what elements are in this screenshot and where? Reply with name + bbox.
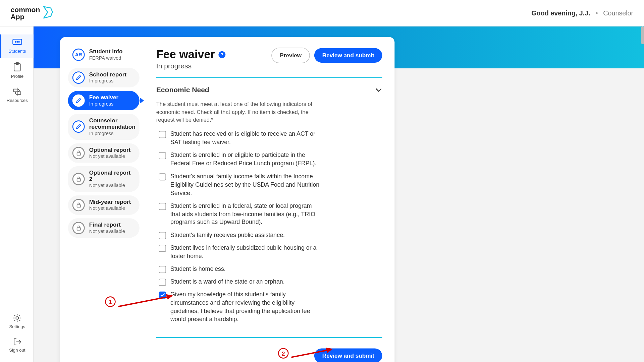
step-school-report[interactable]: School report In progress bbox=[68, 68, 140, 87]
step-mid-year-report[interactable]: Mid-year report Not yet available bbox=[68, 195, 140, 215]
step-student-info[interactable]: AR Student info FERPA waived bbox=[68, 45, 140, 64]
svg-point-2 bbox=[18, 41, 20, 43]
checkbox[interactable] bbox=[159, 266, 166, 273]
user-role[interactable]: Counselor bbox=[603, 9, 633, 17]
checkbox[interactable] bbox=[159, 173, 166, 180]
help-icon[interactable]: ? bbox=[218, 51, 225, 58]
check-income-eligibility[interactable]: Student's annual family income falls wit… bbox=[159, 172, 382, 197]
step-info: Mid-year report Not yet available bbox=[89, 199, 131, 211]
preview-button[interactable]: Preview bbox=[271, 48, 310, 63]
step-status: Not yet available bbox=[89, 205, 131, 211]
lock-icon bbox=[72, 147, 85, 159]
step-info: Optional report Not yet available bbox=[89, 147, 131, 159]
signout-icon bbox=[13, 338, 21, 346]
nav-students[interactable]: Students bbox=[0, 35, 33, 58]
brand-line2: App bbox=[11, 13, 40, 20]
check-label: Student lives in federally subsidized pu… bbox=[170, 244, 320, 261]
step-status: Not yet available bbox=[89, 229, 125, 234]
gear-icon bbox=[13, 314, 21, 322]
brand-text: common App bbox=[11, 6, 40, 20]
check-label: Student has received or is eligible to r… bbox=[170, 130, 320, 147]
check-label: Student's family receives public assista… bbox=[170, 231, 285, 240]
student-card: AR Student info FERPA waived School repo… bbox=[60, 37, 394, 362]
panel-header: Fee waiver ? In progress Preview Review … bbox=[156, 48, 382, 70]
step-info: Fee waiver In progress bbox=[89, 95, 119, 107]
section-economic-need-header[interactable]: Economic Need bbox=[156, 86, 382, 94]
check-label: Student's annual family income falls wit… bbox=[170, 172, 320, 197]
chevron-down-icon bbox=[375, 86, 382, 94]
content-area: AR Student info FERPA waived School repo… bbox=[34, 26, 644, 362]
panel-title-row: Fee waiver ? bbox=[156, 48, 226, 61]
review-submit-button-bottom[interactable]: Review and submit bbox=[314, 348, 382, 362]
step-title: Mid-year report bbox=[89, 199, 131, 206]
lock-icon bbox=[72, 222, 85, 234]
scrollbar-thumb[interactable] bbox=[641, 26, 644, 44]
nav-settings-label: Settings bbox=[9, 324, 25, 329]
step-info: Optional report 2 Not yet available bbox=[89, 170, 135, 188]
check-label: Student is enrolled in or eligible to pa… bbox=[170, 152, 320, 168]
nav-profile[interactable]: Profile bbox=[0, 58, 33, 83]
active-step-caret-icon bbox=[140, 98, 144, 104]
nav-settings[interactable]: Settings bbox=[0, 309, 33, 333]
clipboard-icon bbox=[13, 62, 21, 72]
bottom-divider bbox=[156, 337, 382, 338]
student-initials-badge: AR bbox=[72, 49, 85, 61]
nav-students-label: Students bbox=[8, 49, 26, 53]
checkbox[interactable] bbox=[159, 245, 166, 252]
checkbox[interactable] bbox=[159, 131, 166, 138]
check-homeless[interactable]: Student is homeless. bbox=[159, 265, 382, 274]
step-title: Optional report 2 bbox=[89, 170, 135, 183]
step-fee-waiver[interactable]: Fee waiver In progress bbox=[68, 91, 140, 110]
checkbox[interactable] bbox=[159, 279, 166, 286]
check-label: Student is a ward of the state or an orp… bbox=[170, 278, 285, 286]
step-status: In progress bbox=[89, 130, 136, 136]
section-instructions: The student must meet at least one of th… bbox=[156, 100, 320, 124]
nav-signout-label: Sign out bbox=[9, 348, 25, 352]
brand-logo[interactable]: common App bbox=[11, 5, 54, 20]
checkbox[interactable] bbox=[159, 152, 166, 159]
main-layout: Students Profile Resources Settings Sign… bbox=[0, 26, 644, 362]
lock-icon bbox=[72, 173, 85, 185]
check-ward-orphan[interactable]: Student is a ward of the state or an orp… bbox=[159, 278, 382, 286]
app-header: common App Good evening, J.J. • Counselo… bbox=[0, 0, 644, 26]
check-label: Student is homeless. bbox=[170, 265, 226, 274]
step-optional-report[interactable]: Optional report Not yet available bbox=[68, 143, 140, 163]
step-status: In progress bbox=[89, 101, 119, 107]
step-counselor-recommendation[interactable]: Counselor recommendation In progress bbox=[68, 114, 140, 139]
check-federal-state-local-program[interactable]: Student is enrolled in a federal, state … bbox=[159, 202, 382, 227]
check-label: Given my knowledge of this student's fam… bbox=[170, 291, 320, 324]
pencil-icon bbox=[72, 71, 85, 84]
pencil-icon bbox=[72, 121, 85, 133]
economic-need-checklist: Student has received or is eligible to r… bbox=[156, 130, 382, 324]
step-info: Final report Not yet available bbox=[89, 222, 125, 234]
checkbox-checked[interactable] bbox=[159, 291, 166, 298]
check-act-sat-waiver[interactable]: Student has received or is eligible to r… bbox=[159, 130, 382, 147]
panel-title-block: Fee waiver ? In progress bbox=[156, 48, 226, 70]
check-public-assistance[interactable]: Student's family receives public assista… bbox=[159, 231, 382, 240]
nav-resources[interactable]: Resources bbox=[0, 83, 33, 107]
step-status: In progress bbox=[89, 78, 126, 84]
title-divider bbox=[156, 77, 382, 78]
nav-signout[interactable]: Sign out bbox=[0, 334, 33, 357]
step-title: School report bbox=[89, 71, 126, 78]
checkbox[interactable] bbox=[159, 232, 166, 239]
step-final-report[interactable]: Final report Not yet available bbox=[68, 218, 140, 238]
check-hardship-belief[interactable]: Given my knowledge of this student's fam… bbox=[159, 291, 382, 324]
check-frpl[interactable]: Student is enrolled in or eligible to pa… bbox=[159, 152, 382, 168]
step-status: Not yet available bbox=[89, 183, 135, 188]
svg-rect-8 bbox=[77, 179, 80, 181]
checkbox[interactable] bbox=[159, 203, 166, 210]
step-info: Counselor recommendation In progress bbox=[89, 117, 136, 136]
nav-profile-label: Profile bbox=[11, 74, 23, 78]
svg-rect-9 bbox=[77, 205, 80, 207]
check-subsidized-housing[interactable]: Student lives in federally subsidized pu… bbox=[159, 244, 382, 261]
step-optional-report-2[interactable]: Optional report 2 Not yet available bbox=[68, 166, 140, 192]
svg-rect-10 bbox=[77, 228, 80, 230]
step-title: Student info bbox=[89, 49, 123, 55]
review-submit-button-top[interactable]: Review and submit bbox=[314, 48, 382, 62]
steps-sidebar: AR Student info FERPA waived School repo… bbox=[60, 37, 144, 362]
svg-point-3 bbox=[16, 41, 18, 43]
separator-dot: • bbox=[595, 9, 598, 17]
signpost-icon bbox=[12, 87, 22, 96]
brand-mark-icon bbox=[42, 5, 54, 20]
